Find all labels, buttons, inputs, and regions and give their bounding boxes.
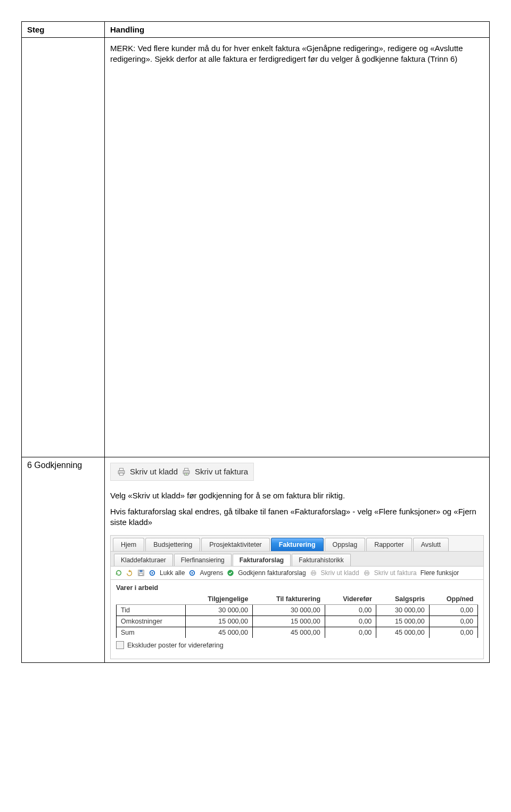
toolbar-flere-funksjoner[interactable]: Flere funksjor: [421, 569, 459, 577]
target-blue-icon: [188, 569, 196, 577]
printer-icon: [310, 569, 317, 577]
header-steg: Steg: [22, 22, 105, 38]
instruction-p1: Velg «Skriv ut kladd» før godkjenning fo…: [110, 490, 484, 501]
cell: 30 000,00: [376, 605, 429, 616]
printer-icon: [116, 466, 127, 477]
vertical-spacer: [110, 70, 484, 454]
col-viderefor: Viderefør: [325, 594, 376, 605]
app-screenshot: Hjem Budsjettering Prosjektaktiviteter F…: [110, 535, 484, 659]
col-oppned: Opp/ned: [429, 594, 477, 605]
tab-avslutt[interactable]: Avslutt: [413, 538, 449, 551]
step-cell-empty: [22, 38, 105, 457]
varer-title: Varer i arbeid: [116, 584, 478, 592]
exclude-label: Ekskluder poster for videreføring: [127, 642, 224, 649]
toolbar: Lukk alle Avgrens Godkjenn fakturaforsla…: [111, 566, 483, 580]
svg-point-14: [192, 572, 193, 574]
tab-rapporter[interactable]: Rapporter: [366, 538, 412, 551]
row-label: Tid: [117, 605, 186, 616]
svg-rect-18: [312, 574, 315, 576]
svg-rect-6: [185, 473, 187, 474]
print-buttons-screenshot: Skriv ut kladd Skriv ut faktura: [110, 463, 254, 481]
cell: 45 000,00: [252, 627, 325, 638]
svg-point-12: [151, 572, 153, 574]
subtab-fakturaforslag[interactable]: Fakturaforslag: [233, 554, 291, 566]
cell: 0,00: [429, 616, 477, 627]
svg-rect-2: [120, 473, 123, 475]
svg-rect-7: [185, 474, 187, 475]
exclude-row: Ekskluder poster for videreføring: [116, 641, 478, 649]
svg-rect-20: [365, 571, 368, 572]
toolbar-godkjenn[interactable]: Godkjenn fakturaforslag: [238, 569, 306, 577]
cell: 0,00: [429, 627, 477, 638]
panel-body: Varer i arbeid Tilgjengelige Til fakture…: [111, 580, 483, 659]
table-row: Omkostninger 15 000,00 15 000,00 0,00 15…: [117, 616, 478, 627]
note-paragraph: MERK: Ved flere kunder må du for hver en…: [110, 43, 484, 65]
tab-prosjektaktiviteter[interactable]: Prosjektaktiviteter: [201, 538, 270, 551]
tab-budsjettering[interactable]: Budsjettering: [145, 538, 200, 551]
table-row: Sum 45 000,00 45 000,00 0,00 45 000,00 0…: [117, 627, 478, 638]
col-tilfakturering: Til fakturering: [252, 594, 325, 605]
cell: 15 000,00: [252, 616, 325, 627]
header-handling: Handling: [105, 22, 490, 38]
undo-icon[interactable]: [126, 569, 134, 577]
varer-table: Tilgjengelige Til fakturering Viderefør …: [116, 594, 478, 638]
svg-rect-10: [139, 573, 143, 576]
toolbar-lukk-alle[interactable]: Lukk alle: [160, 569, 185, 577]
cell: 15 000,00: [185, 616, 252, 627]
primary-tabs: Hjem Budsjettering Prosjektaktiviteter F…: [111, 536, 483, 551]
subtab-kladdefakturaer[interactable]: Kladdefakturaer: [114, 554, 173, 566]
refresh-icon[interactable]: [115, 569, 122, 577]
svg-rect-4: [185, 468, 188, 470]
save-icon[interactable]: [137, 569, 145, 577]
cell: 0,00: [429, 605, 477, 616]
subtab-fakturahistorikk[interactable]: Fakturahistorikk: [292, 554, 351, 566]
svg-rect-17: [312, 571, 315, 572]
print-faktura-label[interactable]: Skriv ut faktura: [195, 467, 248, 476]
toolbar-avgrens[interactable]: Avgrens: [200, 569, 223, 577]
exclude-checkbox[interactable]: [116, 641, 124, 649]
tab-oppslag[interactable]: Oppslag: [325, 538, 366, 551]
cell: 30 000,00: [185, 605, 252, 616]
row-label: Sum: [117, 627, 186, 638]
cell: 30 000,00: [252, 605, 325, 616]
cell: 0,00: [325, 605, 376, 616]
printer-icon: [181, 466, 192, 477]
cell: 45 000,00: [185, 627, 252, 638]
handling-cell-1: MERK: Ved flere kunder må du for hver en…: [105, 38, 490, 457]
svg-rect-21: [365, 574, 368, 576]
col-tilgjengelige: Tilgjengelige: [185, 594, 252, 605]
svg-rect-9: [139, 570, 142, 572]
cell: 15 000,00: [376, 616, 429, 627]
col-salgspris: Salgspris: [376, 594, 429, 605]
svg-rect-5: [185, 473, 188, 475]
table-row: Tid 30 000,00 30 000,00 0,00 30 000,00 0…: [117, 605, 478, 616]
step-6-label: 6 Godkjenning: [27, 461, 99, 470]
cell: 0,00: [325, 627, 376, 638]
print-kladd-label[interactable]: Skriv ut kladd: [130, 467, 178, 476]
instruction-table: Steg Handling MERK: Ved flere kunder må …: [21, 21, 490, 663]
subtab-flerfinansiering[interactable]: Flerfinansiering: [174, 554, 232, 566]
handling-cell-2: Skriv ut kladd Skriv ut faktura Velg «Sk…: [105, 457, 490, 663]
check-green-icon: [227, 569, 234, 577]
printer-icon: [363, 569, 370, 577]
cell: 45 000,00: [376, 627, 429, 638]
svg-rect-1: [120, 468, 123, 470]
tab-hjem[interactable]: Hjem: [113, 538, 144, 551]
tab-fakturering[interactable]: Fakturering: [271, 538, 324, 551]
col-empty: [117, 594, 186, 605]
target-blue-icon: [149, 569, 156, 577]
toolbar-skriv-kladd: Skriv ut kladd: [321, 569, 359, 577]
instruction-p2: Hvis fakturaforslag skal endres, gå tilb…: [110, 506, 484, 528]
toolbar-skriv-faktura: Skriv ut faktura: [374, 569, 417, 577]
secondary-tabs: Kladdefakturaer Flerfinansiering Faktura…: [111, 551, 483, 566]
cell: 0,00: [325, 616, 376, 627]
row-label: Omkostninger: [117, 616, 186, 627]
step-cell-6: 6 Godkjenning: [22, 457, 105, 663]
